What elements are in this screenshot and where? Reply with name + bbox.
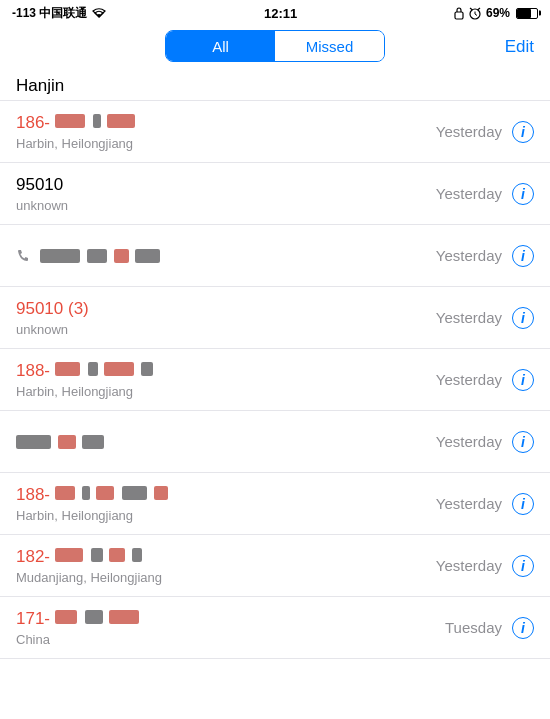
- call-item-content: 188- Harbin, Heilongjiang: [16, 484, 436, 522]
- call-time: Yesterday: [436, 557, 502, 574]
- call-location: Mudanjiang, Heilongjiang: [16, 570, 436, 585]
- call-name: 95010: [16, 174, 436, 196]
- redact-block: [109, 610, 139, 624]
- info-button[interactable]: i: [512, 307, 534, 329]
- edit-button[interactable]: Edit: [505, 37, 534, 57]
- info-button[interactable]: i: [512, 555, 534, 577]
- redact-block: [85, 610, 103, 624]
- status-right: 69%: [454, 6, 538, 20]
- redact-block: [141, 362, 153, 376]
- call-time: Yesterday: [436, 309, 502, 326]
- redact-block: [55, 610, 77, 624]
- lock-icon: [454, 7, 464, 20]
- call-item: Yesterday i: [0, 225, 550, 287]
- redact-block: [91, 548, 103, 562]
- call-time: Yesterday: [436, 247, 502, 264]
- redact-block: [132, 548, 142, 562]
- alarm-icon: [468, 6, 482, 20]
- redact-block: [104, 362, 134, 376]
- call-item: Yesterday i: [0, 411, 550, 473]
- segment-missed[interactable]: Missed: [275, 31, 384, 61]
- status-bar: -113 中国联通 12:11 69%: [0, 0, 550, 22]
- battery-fill: [517, 9, 531, 18]
- redact-block: [88, 362, 98, 376]
- call-time: Yesterday: [436, 371, 502, 388]
- call-item: 188- Harbin, Heilongjiang Yesterday i: [0, 473, 550, 535]
- call-time: Yesterday: [436, 185, 502, 202]
- redact-block: [82, 486, 90, 500]
- call-item-content: 95010 unknown: [16, 174, 436, 212]
- top-nav: All Missed Edit: [0, 22, 550, 72]
- call-name: [16, 431, 436, 453]
- redact-block: [40, 249, 80, 263]
- redact-block: [114, 249, 129, 263]
- wifi-icon: [91, 7, 107, 19]
- call-name: 188-: [16, 484, 436, 506]
- redact-block: [16, 435, 51, 449]
- call-item: 171- China Tuesday i: [0, 597, 550, 659]
- hanjin-label: Hanjin: [16, 76, 64, 95]
- redact-block: [87, 249, 107, 263]
- call-item: 182- Mudanjiang, Heilongjiang Yesterday …: [0, 535, 550, 597]
- call-location: unknown: [16, 322, 436, 337]
- segment-all[interactable]: All: [166, 31, 275, 61]
- redact-block: [93, 114, 101, 128]
- call-item: 186- Harbin, Heilongjiang Yesterday i: [0, 101, 550, 163]
- call-item: 95010 unknown Yesterday i: [0, 163, 550, 225]
- svg-rect-0: [455, 12, 463, 19]
- status-carrier: -113 中国联通: [12, 5, 107, 22]
- call-name: 186-: [16, 112, 436, 134]
- redact-block: [135, 249, 160, 263]
- redact-block: [109, 548, 125, 562]
- call-item-content: [16, 431, 436, 453]
- call-item-right: Yesterday i: [436, 121, 534, 143]
- call-item-right: Yesterday i: [436, 183, 534, 205]
- info-button[interactable]: i: [512, 245, 534, 267]
- call-item-right: Yesterday i: [436, 245, 534, 267]
- call-item-content: 171- China: [16, 608, 445, 646]
- phone-icon: [16, 249, 30, 263]
- battery-icon: [516, 8, 538, 19]
- info-button[interactable]: i: [512, 369, 534, 391]
- call-item-right: Yesterday i: [436, 307, 534, 329]
- battery-pct: 69%: [486, 6, 510, 20]
- call-location: Harbin, Heilongjiang: [16, 384, 436, 399]
- redact-block: [154, 486, 168, 500]
- call-list: Hanjin 186- Harbin, Heilongjiang Yesterd…: [0, 72, 550, 719]
- redact-block: [82, 435, 104, 449]
- call-item-content: 182- Mudanjiang, Heilongjiang: [16, 546, 436, 584]
- call-item-content: 186- Harbin, Heilongjiang: [16, 112, 436, 150]
- info-button[interactable]: i: [512, 617, 534, 639]
- redact-block: [55, 548, 83, 562]
- call-item-left: [16, 249, 30, 263]
- redact-block: [58, 435, 76, 449]
- info-button[interactable]: i: [512, 431, 534, 453]
- call-time: Yesterday: [436, 495, 502, 512]
- call-item-content: 95010 (3) unknown: [16, 298, 436, 336]
- info-button[interactable]: i: [512, 493, 534, 515]
- call-item: 188- Harbin, Heilongjiang Yesterday i: [0, 349, 550, 411]
- redact-block: [55, 114, 85, 128]
- call-item-right: Yesterday i: [436, 555, 534, 577]
- call-item-right: Tuesday i: [445, 617, 534, 639]
- redact-block: [107, 114, 135, 128]
- segment-control[interactable]: All Missed: [165, 30, 385, 62]
- carrier-text: -113 中国联通: [12, 5, 87, 22]
- info-button[interactable]: i: [512, 121, 534, 143]
- call-time: Yesterday: [436, 433, 502, 450]
- redact-block: [55, 486, 75, 500]
- call-time: Tuesday: [445, 619, 502, 636]
- call-name: [40, 245, 436, 267]
- info-button[interactable]: i: [512, 183, 534, 205]
- call-item-right: Yesterday i: [436, 493, 534, 515]
- call-item-right: Yesterday i: [436, 369, 534, 391]
- redact-block: [55, 362, 80, 376]
- redact-block: [122, 486, 147, 500]
- call-item-right: Yesterday i: [436, 431, 534, 453]
- call-name: 188-: [16, 360, 436, 382]
- call-name: 182-: [16, 546, 436, 568]
- call-name: 171-: [16, 608, 445, 630]
- call-item-content: 188- Harbin, Heilongjiang: [16, 360, 436, 398]
- call-location: China: [16, 632, 445, 647]
- call-item: 95010 (3) unknown Yesterday i: [0, 287, 550, 349]
